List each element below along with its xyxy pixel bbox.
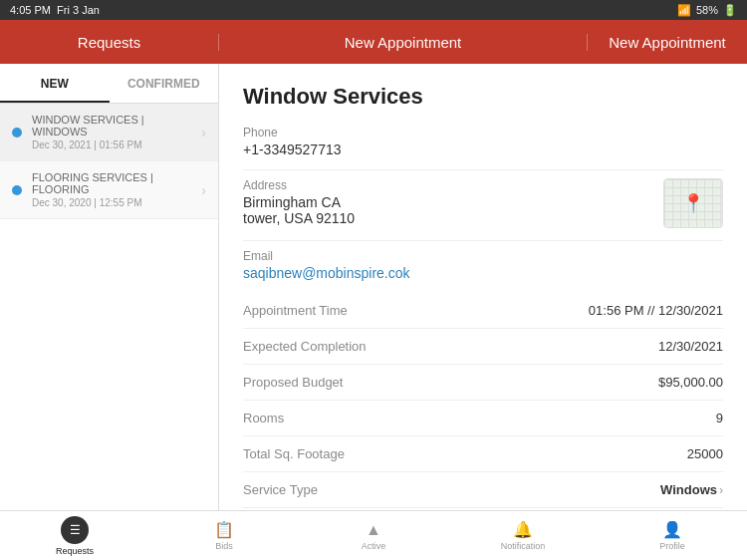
header-right-title: New Appointment bbox=[609, 34, 726, 51]
detail-row-proposed-budget: Proposed Budget $95,000.00 bbox=[243, 365, 723, 401]
divider-2 bbox=[243, 240, 723, 241]
nav-label-requests: Requests bbox=[56, 546, 94, 556]
nav-item-bids[interactable]: 📋 Bids bbox=[149, 511, 299, 560]
map-bg: 📍 bbox=[664, 179, 722, 227]
phone-value: +1-3349527713 bbox=[243, 141, 723, 157]
header-new-appointment[interactable]: New Appointment bbox=[219, 34, 588, 51]
status-time: 4:05 PM Fri 3 Jan bbox=[10, 4, 100, 16]
divider-1 bbox=[243, 169, 723, 170]
service-type-chevron: › bbox=[719, 483, 723, 497]
nav-item-profile[interactable]: 👤 Profile bbox=[598, 511, 747, 560]
battery-text: 58% bbox=[696, 4, 718, 16]
nav-label-active: Active bbox=[362, 541, 386, 551]
requests-icon: ☰ bbox=[61, 516, 89, 544]
bids-icon: 📋 bbox=[214, 520, 234, 539]
sidebar-item-flooring-services[interactable]: FLOORING SERVICES | FLOORING Dec 30, 202… bbox=[0, 161, 218, 219]
item-dot-1 bbox=[12, 128, 22, 138]
page-title: Window Services bbox=[243, 84, 723, 110]
item-date-2: Dec 30, 2020 | 12:55 PM bbox=[32, 197, 201, 208]
sidebar: NEW CONFIRMED WINDOW SERVICES | WINDOWS … bbox=[0, 64, 219, 510]
bottom-nav: ☰ Requests 📋 Bids ▲ Active 🔔 Notificatio… bbox=[0, 510, 747, 560]
status-icons: 📶 58% 🔋 bbox=[677, 4, 737, 17]
item-dot-2 bbox=[12, 185, 22, 195]
email-value[interactable]: saqibnew@mobinspire.cok bbox=[243, 265, 723, 281]
address-content: Address Birmingham CA tower, USA 92110 bbox=[243, 178, 355, 226]
notification-icon: 🔔 bbox=[513, 520, 533, 539]
tab-confirmed[interactable]: CONFIRMED bbox=[110, 64, 219, 103]
map-pin-icon: 📍 bbox=[682, 192, 704, 214]
header-center-title: New Appointment bbox=[345, 34, 462, 51]
header-requests-title: Requests bbox=[78, 34, 140, 51]
detail-row-expected-completion: Expected Completion 12/30/2021 bbox=[243, 329, 723, 365]
address-label: Address bbox=[243, 178, 355, 192]
address-line2: tower, USA 92110 bbox=[243, 210, 355, 226]
item-title-1: WINDOW SERVICES | WINDOWS bbox=[32, 114, 201, 138]
detail-row-sq-footage: Total Sq. Footage 25000 bbox=[243, 436, 723, 472]
nav-label-notification: Notification bbox=[501, 541, 546, 551]
email-label: Email bbox=[243, 249, 723, 263]
header-requests[interactable]: Requests bbox=[0, 34, 219, 51]
address-section: Address Birmingham CA tower, USA 92110 📍 bbox=[243, 178, 723, 228]
address-row: Address Birmingham CA tower, USA 92110 📍 bbox=[243, 178, 723, 228]
nav-label-bids: Bids bbox=[215, 541, 233, 551]
service-type-value: Windows › bbox=[660, 482, 723, 497]
item-title-2: FLOORING SERVICES | FLOORING bbox=[32, 171, 201, 195]
phone-label: Phone bbox=[243, 126, 723, 140]
map-thumbnail[interactable]: 📍 bbox=[663, 178, 723, 228]
chevron-icon-2: › bbox=[201, 182, 206, 198]
sidebar-item-window-services[interactable]: WINDOW SERVICES | WINDOWS Dec 30, 2021 |… bbox=[0, 104, 218, 161]
wifi-icon: 📶 bbox=[677, 4, 691, 17]
item-content-1: WINDOW SERVICES | WINDOWS Dec 30, 2021 |… bbox=[32, 114, 201, 150]
chevron-icon-1: › bbox=[201, 125, 206, 140]
address-line1: Birmingham CA bbox=[243, 194, 355, 210]
profile-icon: 👤 bbox=[662, 520, 682, 539]
nav-item-requests[interactable]: ☰ Requests bbox=[0, 511, 149, 560]
detail-row-appointment-time: Appointment Time 01:56 PM // 12/30/2021 bbox=[243, 293, 723, 329]
nav-item-active[interactable]: ▲ Active bbox=[299, 511, 448, 560]
phone-section: Phone +1-3349527713 bbox=[243, 126, 723, 157]
status-bar: 4:05 PM Fri 3 Jan 📶 58% 🔋 bbox=[0, 0, 747, 20]
sidebar-tabs: NEW CONFIRMED bbox=[0, 64, 218, 104]
detail-row-rooms: Rooms 9 bbox=[243, 401, 723, 436]
item-content-2: FLOORING SERVICES | FLOORING Dec 30, 202… bbox=[32, 171, 201, 208]
email-section: Email saqibnew@mobinspire.cok bbox=[243, 249, 723, 281]
detail-row-service-type[interactable]: Service Type Windows › bbox=[243, 472, 723, 508]
top-header: Requests New Appointment New Appointment bbox=[0, 20, 747, 64]
nav-label-profile: Profile bbox=[659, 541, 685, 551]
tab-new[interactable]: NEW bbox=[0, 64, 110, 103]
nav-item-notification[interactable]: 🔔 Notification bbox=[448, 511, 598, 560]
item-date-1: Dec 30, 2021 | 01:56 PM bbox=[32, 140, 201, 150]
main-layout: NEW CONFIRMED WINDOW SERVICES | WINDOWS … bbox=[0, 64, 747, 510]
active-icon: ▲ bbox=[366, 521, 381, 539]
battery-icon: 🔋 bbox=[723, 4, 737, 17]
content-area: Window Services Phone +1-3349527713 Addr… bbox=[219, 64, 747, 510]
header-new-appointment-right[interactable]: New Appointment bbox=[588, 34, 747, 51]
